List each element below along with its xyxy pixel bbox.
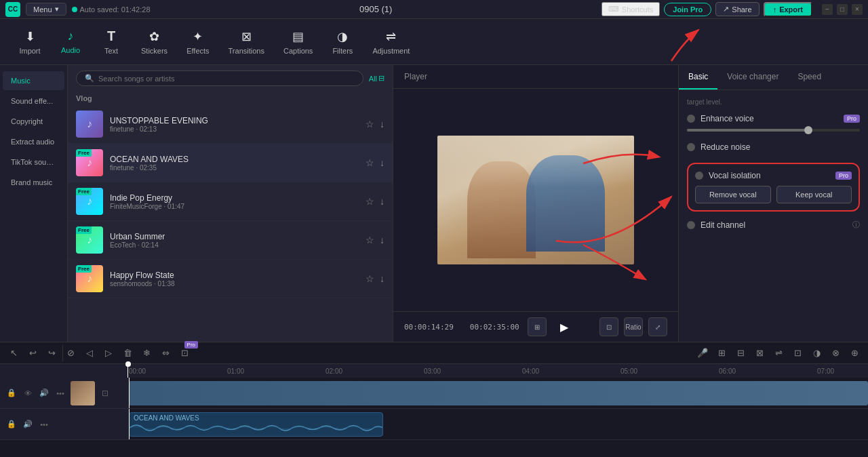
sidebar-item-extract-audio[interactable]: Extract audio <box>3 132 64 151</box>
select-tool[interactable]: ↖ <box>5 345 22 361</box>
vocal-isolation-toggle[interactable] <box>695 172 703 180</box>
tool-audio[interactable]: ♪ Audio <box>52 24 90 60</box>
playhead[interactable] <box>127 364 128 378</box>
add-button[interactable]: ↓ <box>380 196 384 207</box>
edit-channel-info[interactable]: ⓘ <box>852 220 860 230</box>
favorite-button[interactable]: ☆ <box>366 157 374 168</box>
fullscreen-button[interactable]: ⤢ <box>648 317 667 336</box>
track-lock-button[interactable]: 🔒 <box>5 387 18 399</box>
minimize-button[interactable]: − <box>822 4 833 15</box>
sidebar-item-sound-effects[interactable]: Sound effe... <box>3 92 64 111</box>
favorite-button[interactable]: ☆ <box>366 273 374 284</box>
list-item[interactable]: Free ♪ Urban Summer EcoTech · 02:14 ☆ ↓ <box>68 221 393 260</box>
close-button[interactable]: × <box>852 4 863 15</box>
tl-tool-7[interactable]: ⊗ <box>827 345 844 361</box>
undo-button[interactable]: ↩ <box>24 345 41 361</box>
tl-tool-5[interactable]: ⊡ <box>789 345 806 361</box>
player-video <box>393 89 678 311</box>
video-clip[interactable] <box>129 381 868 405</box>
favorite-button[interactable]: ☆ <box>366 196 374 207</box>
tool-transitions[interactable]: ⊠ Transitions <box>220 24 273 60</box>
add-button[interactable]: ↓ <box>380 273 384 284</box>
tl-tool-6[interactable]: ◑ <box>808 345 825 361</box>
play-button[interactable]: ▶ <box>555 317 574 336</box>
ruler-mark: 01:00 <box>226 367 324 375</box>
all-filter[interactable]: All ⊟ <box>369 74 384 83</box>
delete-button[interactable]: 🗑 <box>119 345 136 361</box>
remove-vocal-button[interactable]: Remove vocal <box>695 186 771 203</box>
audio-more-button[interactable]: ••• <box>38 418 50 431</box>
list-item[interactable]: ♪ UNSTOPPABLE EVENING finetune · 02:13 ☆… <box>68 105 393 144</box>
add-button[interactable]: ↓ <box>380 157 384 168</box>
project-title: 0905 (1) <box>156 4 596 14</box>
ruler-mark: 00:00 <box>127 367 226 375</box>
grid-view-button[interactable]: ⊞ <box>528 317 547 336</box>
export-button[interactable]: ↑ Export <box>764 2 812 17</box>
timeline-toolbar: ↖ ↩ ↪ ⊘ ◁ ▷ 🗑 ❄ ⇔ ⊡ Pro 🎤 ⊞ ⊟ ⊠ ⇌ ⊡ ◑ ⊗ … <box>0 342 868 364</box>
audio-icon: ♪ <box>68 29 74 43</box>
trim-left-button[interactable]: ◁ <box>81 345 98 361</box>
keep-vocal-button[interactable]: Keep vocal <box>776 186 852 203</box>
favorite-button[interactable]: ☆ <box>366 119 374 130</box>
mic-button[interactable]: 🎤 <box>694 345 711 361</box>
join-pro-button[interactable]: Join Pro <box>664 3 711 16</box>
tl-tool-4[interactable]: ⇌ <box>770 345 787 361</box>
track-eye-button[interactable]: 👁 <box>22 387 34 399</box>
tl-tool-3[interactable]: ⊠ <box>751 345 768 361</box>
tool-text[interactable]: T Text <box>92 23 130 60</box>
add-button[interactable]: ↓ <box>380 235 384 245</box>
tab-basic[interactable]: Basic <box>679 65 717 90</box>
favorite-button[interactable]: ☆ <box>366 235 374 245</box>
tool-captions[interactable]: ▤ Captions <box>275 24 321 60</box>
slider-thumb[interactable] <box>804 126 812 134</box>
tab-speed[interactable]: Speed <box>788 65 831 90</box>
video-track-row: 🔒 👁 🔊 ••• ⊡ <box>0 378 868 409</box>
chevron-down-icon: ▾ <box>55 5 59 14</box>
search-input[interactable] <box>98 75 355 83</box>
tool-filters[interactable]: ◑ Filters <box>323 24 361 60</box>
tool-stickers[interactable]: ✿ Stickers <box>133 24 176 60</box>
split-button[interactable]: ⊘ <box>62 345 79 361</box>
music-label: Music <box>11 77 31 85</box>
mirror-button[interactable]: ⇔ <box>157 345 174 361</box>
track-expand-button[interactable]: ⊡ <box>99 387 111 399</box>
audio-lock-button[interactable]: 🔒 <box>5 418 18 431</box>
trim-right-button[interactable]: ▷ <box>100 345 117 361</box>
reduce-noise-toggle[interactable] <box>687 143 695 151</box>
menu-button[interactable]: Menu ▾ <box>26 3 66 16</box>
edit-channel-toggle[interactable] <box>687 221 695 229</box>
audio-clip[interactable]: OCEAN AND WAVES <box>129 412 383 437</box>
sidebar-item-music[interactable]: Music <box>3 71 64 90</box>
maximize-button[interactable]: □ <box>837 4 848 15</box>
list-item[interactable]: Free ♪ OCEAN AND WAVES finetune · 02:35 … <box>68 144 393 182</box>
tl-tool-1[interactable]: ⊞ <box>713 345 730 361</box>
tool-adjustment[interactable]: ⇌ Adjustment <box>364 24 418 60</box>
sidebar-item-brand-music[interactable]: Brand music <box>3 173 64 192</box>
tool-effects[interactable]: ✦ Effects <box>178 24 217 60</box>
share-button[interactable]: ↗ Share <box>715 2 759 16</box>
right-panel: Basic Voice changer Speed target level. … <box>678 65 868 342</box>
sidebar-item-tiktok-sounds[interactable]: TikTok soun... <box>3 153 64 172</box>
list-item[interactable]: Free ♪ Happy Flow State senshomoods · 01… <box>68 260 393 298</box>
tl-tool-2[interactable]: ⊟ <box>732 345 749 361</box>
tab-voice-changer[interactable]: Voice changer <box>717 65 788 90</box>
tl-zoom[interactable]: ⊕ <box>846 345 863 361</box>
track-more-button[interactable]: ••• <box>54 387 66 399</box>
shortcuts-button[interactable]: ⌨ Shortcuts <box>601 2 660 16</box>
track-speaker-button[interactable]: 🔊 <box>38 387 50 399</box>
screenshot-button[interactable]: ⊡ <box>599 317 618 336</box>
audio-speaker-button[interactable]: 🔊 <box>22 418 34 431</box>
enhance-voice-slider[interactable] <box>687 129 860 132</box>
search-bar[interactable]: 🔍 <box>76 71 363 86</box>
timeline-ruler: 00:00 01:00 02:00 03:00 04:00 05:00 06:0… <box>0 364 868 378</box>
tool-import[interactable]: ⬇ Import <box>11 24 49 60</box>
sidebar-item-copyright[interactable]: Copyright <box>3 112 64 131</box>
add-button[interactable]: ↓ <box>380 119 384 130</box>
enhance-voice-toggle[interactable] <box>687 115 695 123</box>
music-list: ♪ UNSTOPPABLE EVENING finetune · 02:13 ☆… <box>68 105 393 342</box>
redo-button[interactable]: ↪ <box>43 345 60 361</box>
ratio-button[interactable]: Ratio <box>624 317 643 336</box>
edit-channel-section: Edit channel ⓘ <box>687 220 860 230</box>
list-item[interactable]: Free ♪ Indie Pop Energy FiniteMusicForge… <box>68 182 393 221</box>
freeze-button[interactable]: ❄ <box>138 345 155 361</box>
